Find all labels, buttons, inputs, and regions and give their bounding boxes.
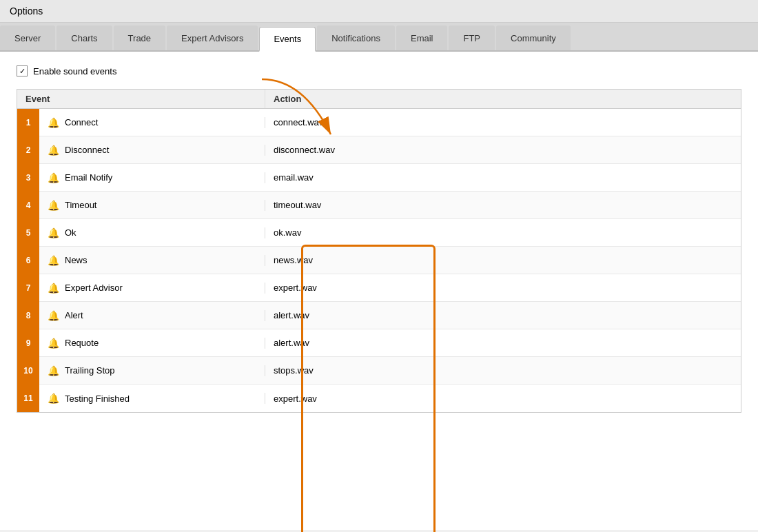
tab-community[interactable]: Community — [496, 25, 571, 50]
event-label-4: Timeout — [65, 200, 96, 210]
action-column-header: Action — [265, 90, 741, 108]
tab-trade[interactable]: Trade — [114, 25, 165, 50]
row-event-3: 🔔Email Notify — [39, 172, 265, 183]
row-action-9[interactable]: alert.wav — [265, 338, 741, 348]
bell-icon: 🔔 — [48, 145, 59, 156]
table-row[interactable]: 4🔔Timeouttimeout.wav — [17, 192, 741, 219]
row-num-4: 4 — [17, 192, 39, 219]
bell-icon: 🔔 — [48, 255, 59, 266]
tab-ftp[interactable]: FTP — [449, 25, 495, 50]
table-row[interactable]: 11🔔Testing Finishedexpert.wav — [17, 385, 741, 412]
content-area: ✓ Enable sound events Event Action 1🔔Con… — [0, 52, 758, 530]
table-header: Event Action — [17, 90, 741, 109]
row-action-11[interactable]: expert.wav — [265, 393, 741, 404]
bell-icon: 🔔 — [48, 283, 59, 294]
tab-email[interactable]: Email — [396, 25, 448, 50]
table-row[interactable]: 5🔔Okok.wav — [17, 219, 741, 247]
event-label-11: Testing Finished — [65, 393, 130, 404]
bell-icon: 🔔 — [48, 365, 59, 376]
row-num-6: 6 — [17, 247, 39, 274]
row-event-1: 🔔Connect — [39, 117, 265, 128]
event-label-3: Email Notify — [65, 172, 112, 183]
table-row[interactable]: 7🔔Expert Advisorexpert.wav — [17, 274, 741, 302]
row-action-7[interactable]: expert.wav — [265, 283, 741, 293]
bell-icon: 🔔 — [48, 117, 59, 128]
row-action-1[interactable]: connect.wav — [265, 117, 741, 127]
tab-server[interactable]: Server — [0, 25, 55, 50]
table-row[interactable]: 3🔔Email Notifyemail.wav — [17, 164, 741, 192]
bell-icon: 🔔 — [48, 338, 59, 349]
table-body: 1🔔Connectconnect.wav2🔔Disconnectdisconne… — [17, 109, 741, 412]
tab-events[interactable]: Events — [259, 27, 316, 52]
table-row[interactable]: 1🔔Connectconnect.wav — [17, 109, 741, 136]
row-action-6[interactable]: news.wav — [265, 255, 741, 265]
event-label-6: News — [65, 255, 88, 265]
table-row[interactable]: 9🔔Requotealert.wav — [17, 329, 741, 357]
bell-icon: 🔔 — [48, 227, 59, 238]
event-label-1: Connect — [65, 117, 98, 127]
tab-bar: ServerChartsTradeExpert AdvisorsEventsNo… — [0, 23, 758, 52]
event-label-10: Trailing Stop — [65, 365, 115, 376]
table-row[interactable]: 2🔔Disconnectdisconnect.wav — [17, 136, 741, 164]
event-column-header: Event — [17, 90, 265, 108]
bell-icon: 🔔 — [48, 393, 59, 404]
bell-icon: 🔔 — [48, 310, 59, 321]
row-event-11: 🔔Testing Finished — [39, 393, 265, 404]
row-event-9: 🔔Requote — [39, 338, 265, 349]
row-num-11: 11 — [17, 385, 39, 412]
row-event-2: 🔔Disconnect — [39, 145, 265, 156]
table-row[interactable]: 8🔔Alertalert.wav — [17, 302, 741, 329]
row-action-4[interactable]: timeout.wav — [265, 200, 741, 210]
table-row[interactable]: 6🔔Newsnews.wav — [17, 247, 741, 274]
row-action-8[interactable]: alert.wav — [265, 310, 741, 320]
tab-notifications[interactable]: Notifications — [317, 25, 395, 50]
title-bar: Options — [0, 0, 758, 23]
tab-charts[interactable]: Charts — [57, 25, 112, 50]
row-event-7: 🔔Expert Advisor — [39, 283, 265, 294]
row-num-8: 8 — [17, 302, 39, 329]
title-text: Options — [10, 6, 43, 17]
row-num-9: 9 — [17, 329, 39, 357]
table-row[interactable]: 10🔔Trailing Stopstops.wav — [17, 357, 741, 385]
row-event-8: 🔔Alert — [39, 310, 265, 321]
row-num-7: 7 — [17, 274, 39, 302]
row-num-3: 3 — [17, 164, 39, 192]
enable-sound-label: Enable sound events — [33, 66, 116, 76]
bell-icon: 🔔 — [48, 172, 59, 183]
row-num-5: 5 — [17, 219, 39, 247]
row-event-4: 🔔Timeout — [39, 200, 265, 211]
event-label-7: Expert Advisor — [65, 283, 123, 293]
event-label-9: Requote — [65, 338, 99, 348]
row-event-5: 🔔Ok — [39, 227, 265, 238]
bell-icon: 🔔 — [48, 200, 59, 211]
events-table: Event Action 1🔔Connectconnect.wav2🔔Disco… — [17, 89, 741, 413]
row-num-1: 1 — [17, 109, 39, 136]
event-label-2: Disconnect — [65, 145, 109, 155]
event-label-5: Ok — [65, 227, 76, 238]
row-action-10[interactable]: stops.wav — [265, 365, 741, 376]
event-label-8: Alert — [65, 310, 83, 320]
row-num-10: 10 — [17, 357, 39, 385]
row-action-2[interactable]: disconnect.wav — [265, 145, 741, 155]
row-event-6: 🔔News — [39, 255, 265, 266]
enable-sound-checkbox[interactable]: ✓ — [17, 65, 28, 76]
enable-sound-row: ✓ Enable sound events — [17, 65, 741, 76]
tab-expert-advisors[interactable]: Expert Advisors — [167, 25, 258, 50]
row-num-2: 2 — [17, 136, 39, 164]
row-event-10: 🔔Trailing Stop — [39, 365, 265, 376]
row-action-3[interactable]: email.wav — [265, 172, 741, 183]
row-action-5[interactable]: ok.wav — [265, 227, 741, 238]
